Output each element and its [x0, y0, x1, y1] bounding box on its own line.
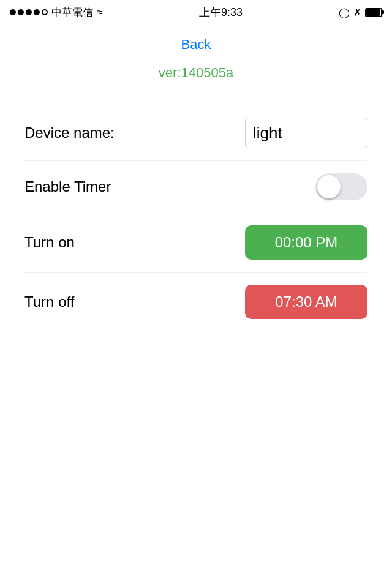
- signal-dot-2: [18, 9, 24, 15]
- signal-dot-1: [10, 9, 16, 15]
- status-time: 上午9:33: [199, 5, 243, 20]
- status-left: 中華電信 ≈: [10, 6, 103, 20]
- form-section: Device name: Enable Timer Turn on 00:00 …: [0, 105, 392, 331]
- alarm-icon: ◯: [339, 7, 350, 18]
- turn-off-row: Turn off 07:30 AM: [24, 273, 368, 331]
- enable-timer-toggle[interactable]: [315, 173, 368, 200]
- enable-timer-row: Enable Timer: [24, 161, 368, 213]
- toggle-track[interactable]: [315, 173, 368, 200]
- turn-off-button[interactable]: 07:30 AM: [245, 285, 368, 319]
- carrier-name: 中華電信: [51, 6, 93, 20]
- battery-fill: [366, 9, 380, 16]
- back-button[interactable]: Back: [181, 37, 211, 53]
- toggle-thumb: [317, 175, 341, 198]
- signal-dot-3: [26, 9, 32, 15]
- device-name-row: Device name:: [24, 105, 368, 161]
- battery-icon: [365, 8, 382, 17]
- turn-on-label: Turn on: [24, 234, 75, 251]
- turn-on-button[interactable]: 00:00 PM: [245, 225, 368, 260]
- enable-timer-label: Enable Timer: [24, 178, 111, 195]
- bluetooth-icon: ✗: [353, 7, 361, 18]
- version-label: ver:140505a: [159, 65, 233, 81]
- turn-on-row: Turn on 00:00 PM: [24, 213, 368, 273]
- device-name-label: Device name:: [24, 124, 115, 141]
- signal-dot-4: [34, 9, 40, 15]
- signal-dots: [10, 9, 48, 15]
- status-right: ◯ ✗: [339, 7, 382, 18]
- device-name-input[interactable]: [245, 118, 368, 148]
- main-content: Back ver:140505a Device name: Enable Tim…: [0, 24, 392, 344]
- turn-off-label: Turn off: [24, 293, 74, 311]
- signal-dot-5: [42, 9, 48, 15]
- wifi-icon: ≈: [97, 6, 103, 19]
- status-bar: 中華電信 ≈ 上午9:33 ◯ ✗: [0, 0, 392, 24]
